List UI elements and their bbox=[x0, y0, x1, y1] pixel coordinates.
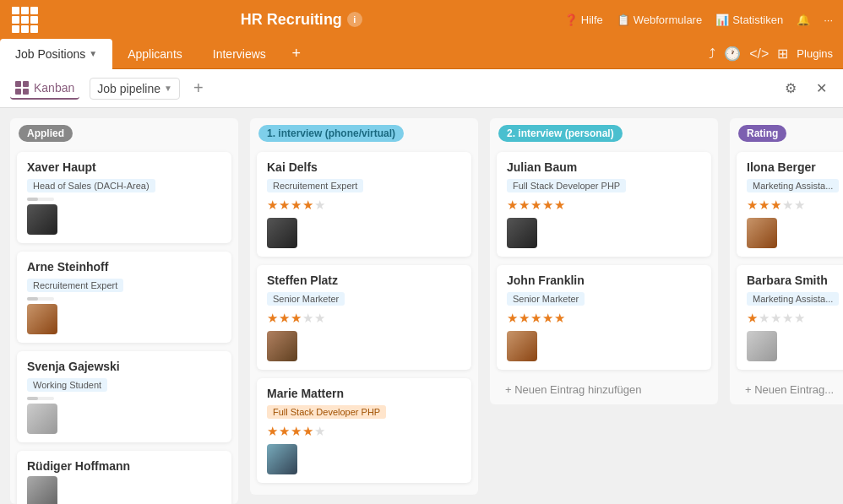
topbar: HR Recruiting i ❓ Hilfe 📋 Webformulare 📊… bbox=[0, 0, 843, 39]
tab-interviews-label: Interviews bbox=[213, 47, 266, 61]
star-rating: ★★★★★ bbox=[507, 198, 701, 213]
clock-icon[interactable]: 🕐 bbox=[724, 46, 741, 62]
card-name: Ilona Berger bbox=[747, 160, 843, 174]
card-tag: Senior Marketer bbox=[267, 292, 345, 306]
card-name: Barbara Smith bbox=[747, 274, 843, 287]
more-button[interactable]: ··· bbox=[824, 14, 833, 26]
app-title: HR Recruiting i bbox=[39, 11, 564, 29]
kanban-card[interactable]: Kai DelfsRecruitement Expert★★★★★ bbox=[257, 152, 471, 257]
kanban-col-interview2: 2. interview (personal)Julian BaumFull S… bbox=[490, 118, 718, 404]
tab-applicants-label: Applicants bbox=[128, 47, 182, 61]
chevron-down-icon: ▼ bbox=[164, 84, 172, 93]
kanban-board: AppliedXaver HauptHead of Sales (DACH-Ar… bbox=[0, 108, 843, 504]
tab-job-positions-label: Job Positions bbox=[15, 47, 85, 61]
kanban-card[interactable]: Steffen PlatzSenior Marketer★★★★★ bbox=[257, 265, 471, 370]
code-icon[interactable]: </> bbox=[749, 46, 769, 62]
add-entry-button-interview2[interactable]: + Neuen Eintrag hinzufügen bbox=[497, 378, 711, 401]
title-text: HR Recruiting bbox=[241, 11, 342, 29]
add-tab-button[interactable]: + bbox=[285, 42, 308, 66]
close-button[interactable]: ✕ bbox=[809, 77, 833, 100]
kanban-card[interactable]: John FranklinSenior Marketer★★★★★ bbox=[497, 265, 711, 370]
progress-bar bbox=[27, 397, 54, 400]
card-tag: Recruitement Expert bbox=[267, 179, 363, 192]
plugins-label[interactable]: Plugins bbox=[797, 47, 833, 60]
card-name: Julian Baum bbox=[507, 160, 701, 174]
kanban-card[interactable]: Julian BaumFull Stack Developer PHP★★★★★ bbox=[497, 152, 711, 257]
kanban-col-applied: AppliedXaver HauptHead of Sales (DACH-Ar… bbox=[10, 118, 238, 504]
kanban-view-button[interactable]: Kanban bbox=[10, 78, 79, 100]
info-icon[interactable]: i bbox=[347, 12, 362, 27]
card-tag: Working Student bbox=[27, 378, 107, 392]
progress-bar bbox=[27, 198, 54, 201]
settings-button[interactable]: ⚙ bbox=[779, 77, 802, 100]
col-badge-applied: Applied bbox=[19, 125, 73, 142]
progress-bar bbox=[27, 297, 54, 301]
statistiken-label: Statistiken bbox=[732, 14, 783, 26]
chart-icon: 📊 bbox=[715, 14, 729, 26]
star-rating: ★★★★★ bbox=[747, 198, 843, 213]
grid-icon bbox=[12, 7, 38, 33]
kanban-card[interactable]: Marie MatternFull Stack Developer PHP★★★… bbox=[257, 378, 471, 483]
star-rating: ★★★★★ bbox=[507, 311, 701, 326]
avatar bbox=[507, 331, 537, 361]
pipeline-label: Job pipeline bbox=[97, 82, 160, 95]
star-rating: ★★★★★ bbox=[267, 198, 461, 213]
navtabs-right: ⤴ 🕐 </> ⊞ Plugins bbox=[709, 46, 843, 62]
kanban-card[interactable]: Svenja GajewskiWorking Student bbox=[17, 351, 231, 442]
nav-tabs: Job Positions ▼ Applicants Interviews + … bbox=[0, 39, 843, 69]
cards-container-interview1: Kai DelfsRecruitement Expert★★★★★Steffen… bbox=[250, 149, 478, 495]
tab-job-positions[interactable]: Job Positions ▼ bbox=[0, 39, 112, 69]
col-header-interview1: 1. interview (phone/virtual) bbox=[250, 118, 478, 149]
kanban-card[interactable]: Xaver HauptHead of Sales (DACH-Area) bbox=[17, 152, 231, 243]
card-name: Arne Steinhoff bbox=[27, 260, 221, 274]
avatar bbox=[507, 218, 537, 248]
card-name: Xaver Haupt bbox=[27, 160, 221, 174]
card-name: Rüdiger Hoffmann bbox=[27, 459, 221, 473]
cards-container-rating: Ilona BergerMarketing Assista...★★★★★Bar… bbox=[730, 149, 843, 404]
card-tag: Full Stack Developer PHP bbox=[267, 405, 386, 419]
card-name: Kai Delfs bbox=[267, 160, 461, 174]
avatar bbox=[267, 218, 297, 248]
cards-container-interview2: Julian BaumFull Stack Developer PHP★★★★★… bbox=[490, 149, 718, 404]
form-icon: 📋 bbox=[617, 14, 630, 26]
card-tag: Marketing Assista... bbox=[747, 292, 839, 306]
add-pipeline-button[interactable]: + bbox=[193, 79, 204, 98]
avatar bbox=[267, 444, 297, 474]
hilfe-button[interactable]: ❓ Hilfe bbox=[564, 14, 603, 26]
col-header-applied: Applied bbox=[10, 118, 238, 149]
star-rating: ★★★★★ bbox=[267, 424, 461, 439]
bell-icon: 🔔 bbox=[797, 14, 810, 26]
tab-applicants[interactable]: Applicants bbox=[112, 39, 198, 69]
kanban-card[interactable]: Rüdiger Hoffmann bbox=[17, 451, 231, 504]
pipeline-dropdown-button[interactable]: Job pipeline ▼ bbox=[90, 78, 180, 100]
kanban-card[interactable]: Arne SteinhoffRecruitement Expert bbox=[17, 252, 231, 343]
avatar bbox=[27, 476, 57, 504]
topbar-actions: ❓ Hilfe 📋 Webformulare 📊 Statistiken 🔔 ·… bbox=[564, 14, 833, 26]
plugins-icon[interactable]: ⊞ bbox=[777, 46, 788, 62]
share-icon[interactable]: ⤴ bbox=[709, 46, 715, 62]
card-tag: Senior Marketer bbox=[507, 292, 585, 306]
webformulare-button[interactable]: 📋 Webformulare bbox=[617, 14, 702, 26]
card-name: John Franklin bbox=[507, 274, 701, 287]
tab-interviews[interactable]: Interviews bbox=[198, 39, 281, 69]
kanban-col-interview1: 1. interview (phone/virtual)Kai DelfsRec… bbox=[250, 118, 478, 495]
card-tag: Full Stack Developer PHP bbox=[507, 179, 626, 192]
star-rating: ★★★★★ bbox=[267, 311, 461, 326]
kanban-card[interactable]: Barbara SmithMarketing Assista...★★★★★ bbox=[737, 265, 843, 370]
grid-menu-button[interactable] bbox=[10, 5, 39, 34]
kanban-card[interactable]: Ilona BergerMarketing Assista...★★★★★ bbox=[737, 152, 843, 257]
avatar bbox=[267, 331, 297, 361]
subtoolbar-right: ⚙ ✕ bbox=[779, 77, 833, 100]
col-badge-rating: Rating bbox=[738, 125, 786, 142]
question-icon: ❓ bbox=[564, 14, 578, 26]
notification-button[interactable]: 🔔 bbox=[797, 14, 810, 26]
card-tag: Head of Sales (DACH-Area) bbox=[27, 179, 155, 192]
col-header-rating: Rating bbox=[730, 118, 843, 149]
col-header-interview2: 2. interview (personal) bbox=[490, 118, 718, 149]
col-badge-interview2: 2. interview (personal) bbox=[498, 125, 623, 142]
card-tag: Marketing Assista... bbox=[747, 179, 839, 192]
statistiken-button[interactable]: 📊 Statistiken bbox=[715, 14, 783, 26]
cards-container-applied: Xaver HauptHead of Sales (DACH-Area)Arne… bbox=[10, 149, 238, 504]
add-entry-button-rating[interactable]: + Neuen Eintrag... bbox=[737, 378, 843, 401]
chevron-down-icon: ▼ bbox=[89, 49, 97, 58]
